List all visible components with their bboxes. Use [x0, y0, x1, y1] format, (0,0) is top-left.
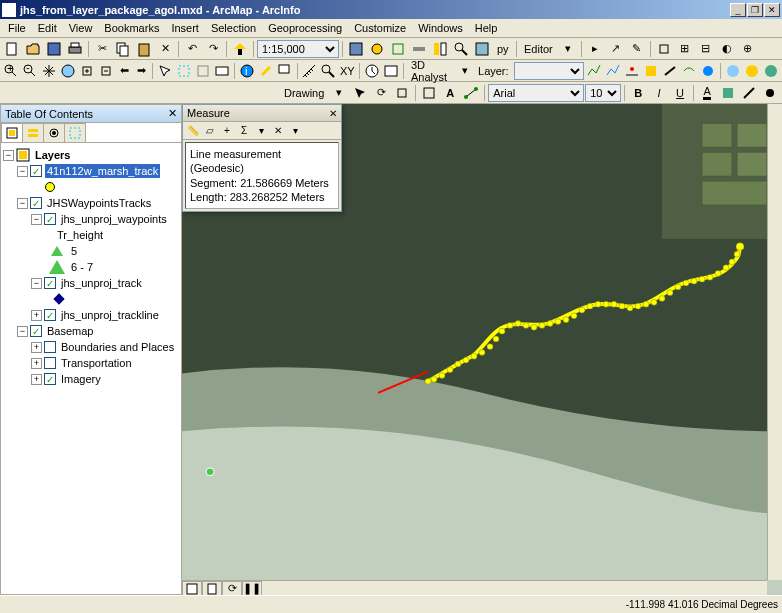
draw-zoom-button[interactable] — [392, 83, 412, 103]
expand-icon[interactable]: + — [31, 342, 42, 353]
layer-checkbox[interactable] — [30, 165, 42, 177]
toc-tab-visibility[interactable] — [43, 123, 65, 142]
menu-windows[interactable]: Windows — [412, 20, 469, 36]
select-elements-button[interactable] — [156, 61, 174, 81]
measure-window[interactable]: Measure ✕ 📏 ▱ + Σ ▾ ✕ ▾ Line measurement… — [182, 104, 342, 212]
layer-label[interactable]: jhs_unproj_track — [59, 276, 144, 290]
layer-checkbox[interactable] — [44, 373, 56, 385]
analyst3d-tool-7[interactable] — [699, 61, 717, 81]
editor-toolbar-button[interactable] — [346, 39, 366, 59]
fontsize-combo[interactable]: 10 — [585, 84, 621, 102]
draw-shape-button[interactable] — [419, 83, 439, 103]
measure-button[interactable] — [300, 61, 318, 81]
layer-label[interactable]: Transportation — [59, 356, 134, 370]
pan-button[interactable] — [40, 61, 58, 81]
undo-button[interactable]: ↶ — [182, 39, 202, 59]
next-extent-button[interactable]: ➡ — [133, 61, 149, 81]
python-button[interactable]: py — [493, 39, 513, 59]
expand-icon[interactable]: − — [3, 150, 14, 161]
menu-edit[interactable]: Edit — [32, 20, 63, 36]
measure-close-button[interactable]: ✕ — [329, 108, 337, 119]
analyst3d-tool-1[interactable] — [585, 61, 603, 81]
arccatalog-button[interactable] — [724, 61, 742, 81]
layer-label[interactable]: Boundaries and Places — [59, 340, 176, 354]
create-viewer-button[interactable] — [382, 61, 400, 81]
layer-trackline[interactable]: + jhs_unproj_trackline — [3, 307, 179, 323]
layer-checkbox[interactable] — [44, 357, 56, 369]
find-button[interactable] — [319, 61, 337, 81]
measure-titlebar[interactable]: Measure ✕ — [183, 105, 341, 122]
save-button[interactable] — [44, 39, 64, 59]
analyst3d-dropdown[interactable]: ▾ — [457, 61, 473, 81]
fixed-zoom-out-button[interactable] — [97, 61, 115, 81]
edit-tool-3[interactable]: ✎ — [627, 39, 647, 59]
analyst3d-layer-combo[interactable] — [514, 62, 585, 80]
clear-selection-button[interactable] — [194, 61, 212, 81]
draw-rotate-button[interactable]: ⟳ — [371, 83, 391, 103]
analyst3d-tool-2[interactable] — [604, 61, 622, 81]
toolbar-btn-1[interactable] — [367, 39, 387, 59]
draw-text-button[interactable]: A — [440, 83, 460, 103]
menu-insert[interactable]: Insert — [165, 20, 205, 36]
toolbar-btn-2[interactable] — [388, 39, 408, 59]
font-combo[interactable]: Arial — [488, 84, 584, 102]
draw-edit-vertices-button[interactable] — [461, 83, 481, 103]
layer-checkbox[interactable] — [30, 197, 42, 209]
editor-dropdown[interactable]: ▾ — [558, 39, 578, 59]
minimize-button[interactable]: _ — [730, 3, 746, 17]
analyst3d-tool-3[interactable] — [623, 61, 641, 81]
edit-tool-8[interactable]: ⊕ — [738, 39, 758, 59]
layer-transportation[interactable]: + Transportation — [3, 355, 179, 371]
layer-checkbox[interactable] — [44, 341, 56, 353]
map-scrollbar-vertical[interactable] — [767, 104, 782, 580]
prev-extent-button[interactable]: ⬅ — [116, 61, 132, 81]
edit-tool-2[interactable]: ↗ — [606, 39, 626, 59]
scale-combo[interactable]: 1:15,000 — [257, 40, 339, 58]
toc-close-button[interactable]: ✕ — [168, 107, 177, 120]
data-view-tab[interactable] — [182, 581, 202, 595]
expand-icon[interactable]: + — [31, 310, 42, 321]
analyst3d-tool-4[interactable] — [642, 61, 660, 81]
layer-label[interactable]: JHSWaypointsTracks — [45, 196, 153, 210]
measure-area-button[interactable]: ▱ — [202, 123, 218, 139]
cut-button[interactable]: ✂ — [92, 39, 112, 59]
menu-customize[interactable]: Customize — [348, 20, 412, 36]
expand-icon[interactable]: − — [31, 278, 42, 289]
menu-bookmarks[interactable]: Bookmarks — [98, 20, 165, 36]
marker-color-button[interactable] — [760, 83, 780, 103]
layer-group-waypoints-tracks[interactable]: − JHSWaypointsTracks — [3, 195, 179, 211]
copy-button[interactable] — [113, 39, 133, 59]
menu-file[interactable]: File — [2, 20, 32, 36]
layer-label[interactable]: Basemap — [45, 324, 95, 338]
close-button[interactable]: ✕ — [764, 3, 780, 17]
toolbar-btn-3[interactable] — [409, 39, 429, 59]
arcscene-button[interactable] — [743, 61, 761, 81]
select-by-attr-button[interactable] — [213, 61, 231, 81]
zoom-out-button[interactable]: - — [21, 61, 39, 81]
fixed-zoom-in-button[interactable] — [78, 61, 96, 81]
drawing-dropdown[interactable]: ▾ — [329, 83, 349, 103]
layer-checkbox[interactable] — [44, 277, 56, 289]
toc-tab-selection[interactable] — [64, 123, 86, 142]
layer-checkbox[interactable] — [44, 309, 56, 321]
delete-button[interactable]: ✕ — [155, 39, 175, 59]
bold-button[interactable]: B — [628, 83, 648, 103]
edit-tool-4[interactable] — [654, 39, 674, 59]
expand-icon[interactable]: + — [31, 374, 42, 385]
print-button[interactable] — [65, 39, 85, 59]
italic-button[interactable]: I — [649, 83, 669, 103]
edit-tool-6[interactable]: ⊟ — [696, 39, 716, 59]
toc-tab-drawing-order[interactable] — [1, 123, 23, 142]
font-color-button[interactable]: A — [697, 83, 717, 103]
menu-view[interactable]: View — [63, 20, 99, 36]
edit-tool-5[interactable]: ⊞ — [675, 39, 695, 59]
time-slider-button[interactable] — [363, 61, 381, 81]
measure-feature-button[interactable]: + — [219, 123, 235, 139]
line-color-button[interactable] — [739, 83, 759, 103]
html-popup-button[interactable] — [276, 61, 294, 81]
layer-basemap[interactable]: − Basemap — [3, 323, 179, 339]
search-button[interactable] — [451, 39, 471, 59]
map-scrollbar-horizontal[interactable]: ⟳ ❚❚ — [182, 580, 767, 595]
layout-view-tab[interactable] — [202, 581, 222, 595]
measure-type-button[interactable]: ▾ — [287, 123, 303, 139]
